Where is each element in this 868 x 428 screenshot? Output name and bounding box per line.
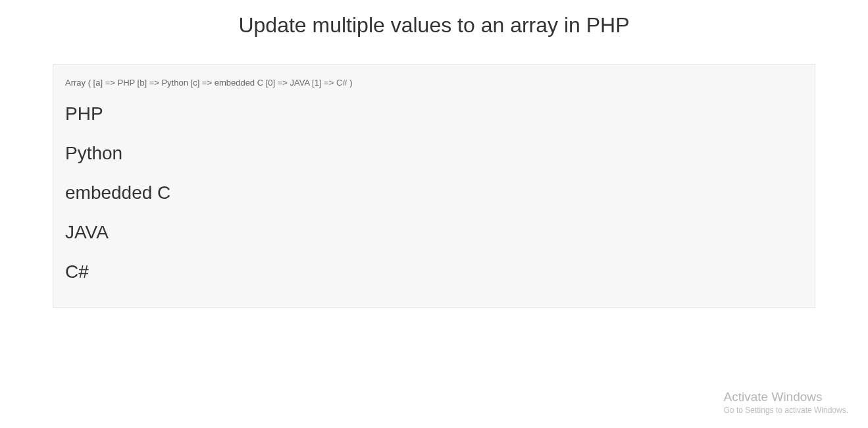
array-item: JAVA <box>65 222 803 243</box>
page-title: Update multiple values to an array in PH… <box>0 13 868 38</box>
watermark-title: Activate Windows <box>724 390 848 404</box>
array-item: C# <box>65 261 803 282</box>
array-dump-text: Array ( [a] => PHP [b] => Python [c] => … <box>65 78 803 88</box>
array-item: PHP <box>65 103 803 124</box>
array-item: Python <box>65 143 803 164</box>
array-item: embedded C <box>65 182 803 203</box>
windows-activation-watermark: Activate Windows Go to Settings to activ… <box>724 390 848 415</box>
output-box: Array ( [a] => PHP [b] => Python [c] => … <box>53 64 815 308</box>
watermark-subtitle: Go to Settings to activate Windows. <box>724 406 848 415</box>
